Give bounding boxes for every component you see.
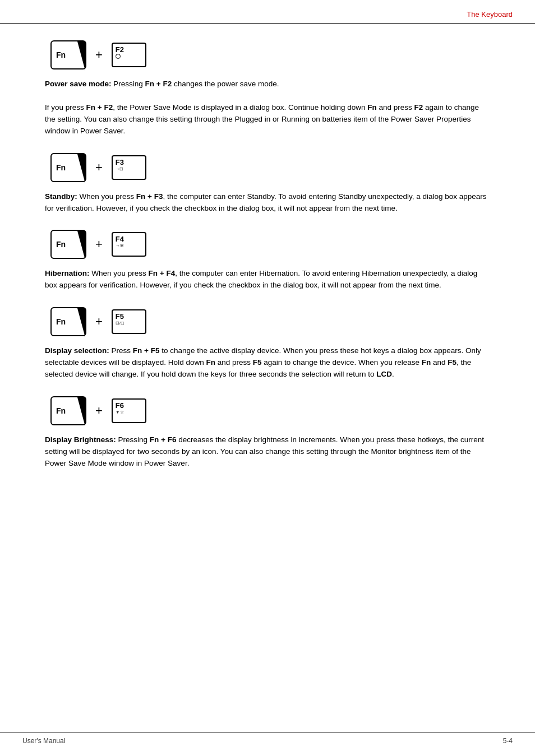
plus-f6: + bbox=[95, 403, 103, 418]
page-content: Fn + F2 Power save mode: Pressing Fn + F… bbox=[0, 24, 535, 519]
section-display-brightness: Fn + F6 ▼☆ Display Brightness: Pressing … bbox=[45, 396, 490, 470]
power-save-text: Power save mode: Pressing Fn + F2 change… bbox=[45, 78, 490, 137]
fn-label-f5: Fn bbox=[56, 317, 66, 326]
fn-key-f5: Fn bbox=[50, 307, 86, 336]
key-combo-f5: Fn + F5 ⊟/◻ bbox=[50, 307, 490, 336]
power-save-keys-inline: Fn + F2 bbox=[145, 80, 172, 88]
page-header: The Keyboard bbox=[0, 0, 535, 24]
section-power-save: Fn + F2 Power save mode: Pressing Fn + F… bbox=[45, 40, 490, 137]
header-title: The Keyboard bbox=[467, 10, 513, 18]
plus-f5: + bbox=[95, 314, 103, 329]
f2-key: F2 bbox=[112, 43, 146, 67]
fn-key-f3: Fn bbox=[50, 153, 86, 182]
standby-heading-bold: Standby: bbox=[45, 192, 77, 201]
power-save-heading-bold: Power save mode: bbox=[45, 80, 112, 88]
section-hibernation: Fn + F4 →✾ Hibernation: When you press F… bbox=[45, 230, 490, 291]
f2-icon bbox=[116, 54, 142, 59]
f4-icon: →✾ bbox=[116, 243, 142, 248]
f6-label: F6 bbox=[116, 401, 142, 410]
f4-key: F4 →✾ bbox=[112, 232, 146, 257]
footer-left: User's Manual bbox=[22, 737, 65, 745]
display-selection-text: Display selection: Press Fn + F5 to chan… bbox=[45, 345, 490, 381]
plus-f2: + bbox=[95, 48, 103, 62]
fn-label-f6: Fn bbox=[56, 406, 66, 415]
key-combo-f2: Fn + F2 bbox=[50, 40, 490, 69]
key-combo-f4: Fn + F4 →✾ bbox=[50, 230, 490, 259]
section-display-selection: Fn + F5 ⊟/◻ Display selection: Press Fn … bbox=[45, 307, 490, 381]
page-footer: User's Manual 5-4 bbox=[0, 732, 535, 745]
f3-label: F3 bbox=[116, 158, 142, 166]
fn-key-f6: Fn bbox=[50, 396, 86, 425]
hibernation-text: Hibernation: When you press Fn + F4, the… bbox=[45, 268, 490, 291]
f3-key: F3 →⊡ bbox=[112, 155, 146, 180]
plus-f3: + bbox=[95, 160, 103, 175]
key-combo-f3: Fn + F3 →⊡ bbox=[50, 153, 490, 182]
f3-icon: →⊡ bbox=[116, 166, 142, 171]
power-save-inline-2: Fn + F2 bbox=[86, 103, 113, 112]
f6-icon: ▼☆ bbox=[116, 410, 142, 415]
section-standby: Fn + F3 →⊡ Standby: When you press Fn + … bbox=[45, 153, 490, 215]
f6-key: F6 ▼☆ bbox=[112, 398, 146, 423]
f4-label: F4 bbox=[116, 235, 142, 243]
f5-icon: ⊟/◻ bbox=[116, 321, 142, 326]
plus-f4: + bbox=[95, 237, 103, 252]
fn-label-f4: Fn bbox=[56, 240, 66, 249]
standby-text: Standby: When you press Fn + F3, the com… bbox=[45, 191, 490, 215]
f5-label: F5 bbox=[116, 312, 142, 321]
f2-label: F2 bbox=[116, 45, 142, 54]
fn-label-f3: Fn bbox=[56, 163, 66, 172]
key-combo-f6: Fn + F6 ▼☆ bbox=[50, 396, 490, 425]
footer-right: 5-4 bbox=[503, 737, 513, 745]
display-brightness-heading-bold: Display Brightness: bbox=[45, 435, 116, 444]
display-brightness-text: Display Brightness: Pressing Fn + F6 dec… bbox=[45, 434, 490, 470]
f5-key: F5 ⊟/◻ bbox=[112, 309, 146, 334]
fn-label: Fn bbox=[56, 50, 66, 59]
fn-key-f4: Fn bbox=[50, 230, 86, 259]
display-selection-heading-bold: Display selection: bbox=[45, 346, 109, 355]
fn-key-f2: Fn bbox=[50, 40, 86, 69]
hibernation-heading-bold: Hibernation: bbox=[45, 269, 90, 277]
